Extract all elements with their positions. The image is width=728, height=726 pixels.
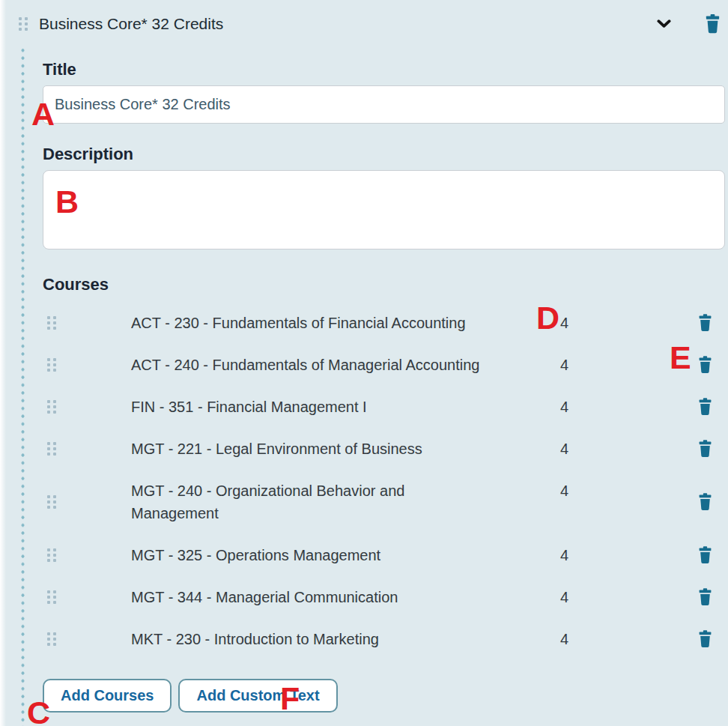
course-name: MGT - 240 - Organizational Behavior and …: [131, 480, 549, 524]
delete-course-button[interactable]: [697, 356, 713, 374]
course-credits: 4: [549, 628, 616, 650]
delete-course-button[interactable]: [697, 314, 713, 332]
trash-icon: [697, 356, 713, 374]
description-label: Description: [43, 145, 725, 164]
course-credits: 4: [549, 354, 616, 376]
course-name: ACT - 240 - Fundamentals of Managerial A…: [131, 354, 549, 376]
delete-course-button[interactable]: [697, 546, 713, 564]
delete-course-button[interactable]: [697, 588, 713, 606]
drag-dots-icon[interactable]: [47, 442, 56, 456]
course-row: MKT - 230 - Introduction to Marketing 4: [43, 618, 725, 660]
description-textarea[interactable]: [43, 170, 725, 249]
panel-left-edge: [0, 0, 6, 726]
course-row: MGT - 221 - Legal Environment of Busines…: [43, 428, 725, 470]
add-courses-button[interactable]: Add Courses: [43, 679, 172, 713]
drag-dots-icon[interactable]: [47, 495, 56, 509]
course-row: ACT - 230 - Fundamentals of Financial Ac…: [43, 302, 725, 344]
course-list: ACT - 230 - Fundamentals of Financial Ac…: [43, 302, 725, 660]
course-credits: 4: [549, 544, 616, 566]
delete-course-button[interactable]: [697, 493, 713, 511]
course-credits: 4: [549, 438, 616, 460]
section-header: Business Core* 32 Credits: [0, 0, 728, 36]
drag-dots-icon[interactable]: [47, 548, 56, 562]
course-row: MGT - 240 - Organizational Behavior and …: [43, 470, 725, 534]
course-name: MKT - 230 - Introduction to Marketing: [131, 628, 549, 650]
drag-dots-icon[interactable]: [47, 358, 56, 372]
course-name: MGT - 325 - Operations Management: [131, 544, 549, 566]
section-body: Title Description Courses ACT - 230 - Fu…: [43, 60, 725, 713]
trash-icon: [697, 493, 713, 511]
course-credits: 4: [549, 480, 616, 502]
courses-label: Courses: [43, 275, 725, 294]
course-credits: 4: [549, 312, 616, 334]
delete-course-button[interactable]: [697, 630, 713, 648]
trash-icon: [697, 588, 713, 606]
trash-icon: [697, 546, 713, 564]
collapse-section-button[interactable]: [657, 19, 671, 28]
course-row: FIN - 351 - Financial Management I 4: [43, 386, 725, 428]
add-custom-text-button[interactable]: Add Custom Text: [178, 679, 337, 713]
course-name: MGT - 221 - Legal Environment of Busines…: [131, 438, 549, 460]
course-row: MGT - 325 - Operations Management 4: [43, 534, 725, 576]
trash-icon: [697, 630, 713, 648]
course-credits: 4: [549, 396, 616, 418]
course-row: MGT - 344 - Managerial Communication 4: [43, 576, 725, 618]
course-credits: 4: [549, 586, 616, 608]
title-label: Title: [43, 60, 725, 79]
delete-section-button[interactable]: [704, 14, 721, 34]
delete-course-button[interactable]: [697, 440, 713, 458]
drag-dots-icon[interactable]: [47, 400, 56, 414]
delete-course-button[interactable]: [697, 398, 713, 416]
trash-icon: [704, 14, 721, 34]
drag-dots-icon[interactable]: [47, 632, 56, 646]
course-name: ACT - 230 - Fundamentals of Financial Ac…: [131, 312, 549, 334]
drag-dots-icon[interactable]: [19, 17, 28, 31]
section-title: Business Core* 32 Credits: [39, 15, 657, 33]
course-name: MGT - 344 - Managerial Communication: [131, 586, 549, 608]
trash-icon: [697, 398, 713, 416]
trash-icon: [697, 314, 713, 332]
course-name: FIN - 351 - Financial Management I: [131, 396, 549, 418]
drag-dots-icon[interactable]: [47, 316, 56, 330]
title-input[interactable]: [43, 85, 725, 124]
chevron-down-icon: [657, 19, 671, 28]
section-dotted-guide: [21, 46, 25, 726]
trash-icon: [697, 440, 713, 458]
drag-dots-icon[interactable]: [47, 590, 56, 604]
course-actions: Add Courses Add Custom Text: [43, 679, 725, 713]
course-row: ACT - 240 - Fundamentals of Managerial A…: [43, 344, 725, 386]
